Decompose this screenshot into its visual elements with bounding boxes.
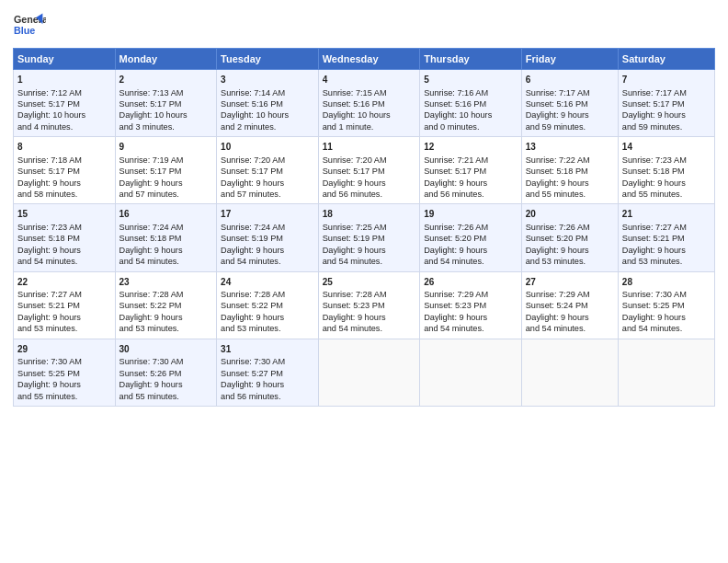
week-row-2: 8Sunrise: 7:18 AMSunset: 5:17 PMDaylight… <box>14 137 715 204</box>
cell-info-line: Sunset: 5:16 PM <box>526 98 614 109</box>
header-wednesday: Wednesday <box>318 49 420 70</box>
header-tuesday: Tuesday <box>217 49 319 70</box>
cell-info-line: and 58 minutes. <box>17 189 111 200</box>
cell-info-line: Sunrise: 7:29 AM <box>424 289 518 300</box>
cell-info-line: Daylight: 10 hours <box>323 109 416 121</box>
cell-info-line: and 54 minutes. <box>424 323 518 334</box>
day-number: 18 <box>323 208 416 221</box>
day-number: 10 <box>221 141 314 154</box>
cell-info-line: Sunset: 5:26 PM <box>119 368 213 379</box>
header: GeneralBlue <box>13 9 715 42</box>
cell-info-line: and 2 minutes. <box>221 121 314 132</box>
cell-info-line: Sunrise: 7:30 AM <box>119 356 213 367</box>
cell-info-line: and 54 minutes. <box>323 323 416 334</box>
cell-info-line: Sunrise: 7:29 AM <box>526 289 614 300</box>
cell-info-line: Sunrise: 7:20 AM <box>323 155 416 166</box>
cell-info-line: and 54 minutes. <box>323 256 416 267</box>
day-number: 25 <box>323 276 416 289</box>
calendar-cell: 27Sunrise: 7:29 AMSunset: 5:24 PMDayligh… <box>521 271 618 339</box>
calendar-cell: 18Sunrise: 7:25 AMSunset: 5:19 PMDayligh… <box>318 204 420 271</box>
cell-info-line: and 0 minutes. <box>424 121 518 132</box>
cell-info-line: Sunrise: 7:28 AM <box>119 289 213 300</box>
cell-info-line: Daylight: 9 hours <box>526 109 614 121</box>
calendar-cell: 11Sunrise: 7:20 AMSunset: 5:17 PMDayligh… <box>318 137 420 204</box>
cell-info-line: Sunset: 5:17 PM <box>424 166 518 177</box>
cell-info-line: Sunrise: 7:24 AM <box>221 222 314 233</box>
cell-info-line: Sunset: 5:23 PM <box>323 300 416 311</box>
cell-info-line: Sunset: 5:22 PM <box>221 300 314 311</box>
calendar-cell: 21Sunrise: 7:27 AMSunset: 5:21 PMDayligh… <box>618 204 714 271</box>
calendar-cell: 14Sunrise: 7:23 AMSunset: 5:18 PMDayligh… <box>618 137 714 204</box>
cell-info-line: and 54 minutes. <box>424 256 518 267</box>
cell-info-line: Sunrise: 7:20 AM <box>221 155 314 166</box>
header-saturday: Saturday <box>618 49 714 70</box>
calendar-cell: 3Sunrise: 7:14 AMSunset: 5:16 PMDaylight… <box>217 70 319 137</box>
cell-info-line: Daylight: 9 hours <box>526 312 614 323</box>
cell-info-line: Sunrise: 7:28 AM <box>221 289 314 300</box>
cell-info-line: Sunrise: 7:30 AM <box>622 289 711 300</box>
calendar-cell: 1Sunrise: 7:12 AMSunset: 5:17 PMDaylight… <box>14 70 116 137</box>
day-number: 14 <box>622 141 711 154</box>
day-number: 4 <box>323 74 416 86</box>
cell-info-line: Sunrise: 7:27 AM <box>622 222 711 233</box>
calendar-cell: 4Sunrise: 7:15 AMSunset: 5:16 PMDaylight… <box>318 70 420 137</box>
cell-info-line: Sunrise: 7:19 AM <box>119 155 213 166</box>
day-number: 16 <box>119 208 213 221</box>
calendar-table: SundayMondayTuesdayWednesdayThursdayFrid… <box>13 48 715 407</box>
cell-info-line: Daylight: 9 hours <box>119 379 213 390</box>
day-number: 2 <box>119 74 213 86</box>
day-number: 23 <box>119 276 213 289</box>
day-number: 17 <box>221 208 314 221</box>
cell-info-line: and 53 minutes. <box>119 323 213 334</box>
day-number: 31 <box>221 343 314 356</box>
cell-info-line: Sunrise: 7:15 AM <box>323 87 416 98</box>
header-sunday: Sunday <box>14 49 116 70</box>
week-row-4: 22Sunrise: 7:27 AMSunset: 5:21 PMDayligh… <box>14 271 715 339</box>
calendar-cell: 31Sunrise: 7:30 AMSunset: 5:27 PMDayligh… <box>217 339 319 406</box>
cell-info-line: Sunset: 5:17 PM <box>17 98 111 109</box>
cell-info-line: Daylight: 9 hours <box>17 245 111 256</box>
day-number: 24 <box>221 276 314 289</box>
header-friday: Friday <box>521 49 618 70</box>
day-number: 29 <box>17 343 111 356</box>
calendar-cell: 6Sunrise: 7:17 AMSunset: 5:16 PMDaylight… <box>521 70 618 137</box>
cell-info-line: Daylight: 10 hours <box>424 109 518 121</box>
cell-info-line: and 54 minutes. <box>221 256 314 267</box>
cell-info-line: Sunrise: 7:23 AM <box>622 155 711 166</box>
cell-info-line: Sunset: 5:23 PM <box>424 300 518 311</box>
day-number: 22 <box>17 276 111 289</box>
calendar-cell: 13Sunrise: 7:22 AMSunset: 5:18 PMDayligh… <box>521 137 618 204</box>
cell-info-line: Sunset: 5:21 PM <box>17 300 111 311</box>
day-number: 8 <box>17 141 111 154</box>
cell-info-line: Daylight: 9 hours <box>622 109 711 121</box>
cell-info-line: Daylight: 10 hours <box>221 109 314 121</box>
cell-info-line: Sunset: 5:18 PM <box>119 233 213 244</box>
cell-info-line: Sunrise: 7:21 AM <box>424 155 518 166</box>
cell-info-line: Sunset: 5:17 PM <box>221 166 314 177</box>
calendar-cell <box>318 339 420 406</box>
calendar-header-row: SundayMondayTuesdayWednesdayThursdayFrid… <box>14 49 715 70</box>
day-number: 28 <box>622 276 711 289</box>
cell-info-line: Sunrise: 7:30 AM <box>221 356 314 367</box>
calendar-cell: 15Sunrise: 7:23 AMSunset: 5:18 PMDayligh… <box>14 204 116 271</box>
cell-info-line: Sunrise: 7:17 AM <box>526 87 614 98</box>
logo-icon: GeneralBlue <box>13 9 46 42</box>
cell-info-line: Daylight: 9 hours <box>119 245 213 256</box>
cell-info-line: and 3 minutes. <box>119 121 213 132</box>
cell-info-line: Sunrise: 7:23 AM <box>17 222 111 233</box>
cell-info-line: Daylight: 9 hours <box>221 245 314 256</box>
cell-info-line: Sunrise: 7:26 AM <box>526 222 614 233</box>
cell-info-line: and 53 minutes. <box>622 256 711 267</box>
cell-info-line: Sunrise: 7:18 AM <box>17 155 111 166</box>
cell-info-line: and 54 minutes. <box>526 323 614 334</box>
cell-info-line: and 56 minutes. <box>323 189 416 200</box>
day-number: 12 <box>424 141 518 154</box>
cell-info-line: Daylight: 9 hours <box>17 379 111 390</box>
calendar-cell: 9Sunrise: 7:19 AMSunset: 5:17 PMDaylight… <box>115 137 217 204</box>
calendar-cell: 23Sunrise: 7:28 AMSunset: 5:22 PMDayligh… <box>115 271 217 339</box>
cell-info-line: Sunset: 5:27 PM <box>221 368 314 379</box>
cell-info-line: Sunset: 5:19 PM <box>323 233 416 244</box>
cell-info-line: Sunrise: 7:28 AM <box>323 289 416 300</box>
cell-info-line: Sunset: 5:17 PM <box>119 98 213 109</box>
day-number: 21 <box>622 208 711 221</box>
